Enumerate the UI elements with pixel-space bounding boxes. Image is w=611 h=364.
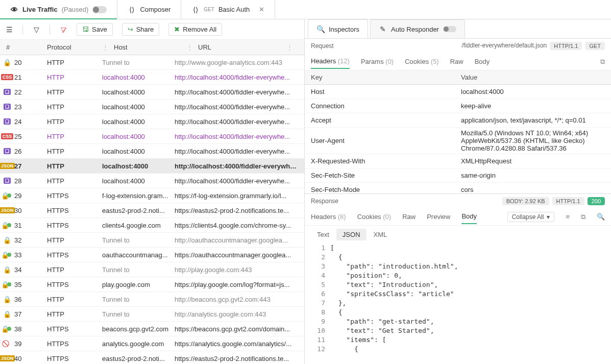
tab-res-raw[interactable]: Raw xyxy=(402,210,416,224)
sessions-grid[interactable]: 🔒20HTTPTunnel tohttp://www.google-analyt… xyxy=(0,55,304,364)
row-number: 32 xyxy=(14,236,47,244)
row-host: Tunnel to xyxy=(102,59,175,66)
tab-res-headers[interactable]: Headers (8) xyxy=(311,210,346,224)
tab-live-traffic[interactable]: 👁 Live Traffic (Paused) xyxy=(0,0,117,19)
copy-icon[interactable]: ⧉ xyxy=(581,213,585,221)
live-toggle[interactable] xyxy=(92,6,107,13)
table-row[interactable]: CSS25HTTPlocalhost:4000http://localhost:… xyxy=(0,129,304,144)
tab-raw[interactable]: Raw xyxy=(450,55,463,68)
request-http-version: HTTP/1.1 xyxy=(550,42,582,50)
response-status: 200 xyxy=(588,197,605,205)
header-row[interactable]: User-AgentMozilla/5.0 (Windows NT 10.0; … xyxy=(305,128,611,154)
row-host: eastus2-prod-2.noti... xyxy=(102,355,175,362)
tab-body[interactable]: Body xyxy=(475,55,490,68)
table-row[interactable]: 🔒29HTTPSf-log-extension.gram...https://f… xyxy=(0,188,304,203)
header-row[interactable]: Sec-Fetch-Modecors xyxy=(305,183,611,193)
tab-cookies[interactable]: Cookies (5) xyxy=(405,55,438,68)
close-icon[interactable]: ✕ xyxy=(259,6,264,13)
row-number: 31 xyxy=(14,222,47,229)
row-url: https://eastus2-prod-2.notifications.te.… xyxy=(175,355,304,362)
row-number: 38 xyxy=(14,325,47,333)
table-row[interactable]: 🔒20HTTPTunnel tohttp://www.google-analyt… xyxy=(0,55,304,70)
col-protocol[interactable]: Protocol xyxy=(47,43,102,51)
inspector-panel: 🔍 Inspectors ✎ Auto Responder Request /f… xyxy=(305,19,611,364)
tab-res-cookies[interactable]: Cookies (0) xyxy=(357,210,391,224)
menu-icon[interactable]: ☰ xyxy=(5,26,13,34)
row-url: https://oauthaccountmanager.googlea... xyxy=(175,251,304,259)
tab-inspectors[interactable]: 🔍 Inspectors xyxy=(308,19,368,38)
header-key: Host xyxy=(305,88,456,95)
row-host: eastus2-prod-2.noti... xyxy=(102,207,175,214)
row-protocol: HTTP xyxy=(47,88,102,96)
copy-icon[interactable]: ⧉ xyxy=(600,58,605,66)
table-row[interactable]: 🔒35HTTPSplay.google.comhttps://play.goog… xyxy=(0,277,304,292)
filter-clear-icon[interactable]: ▽̷ xyxy=(59,26,67,34)
share-button[interactable]: ↪ Share xyxy=(122,23,160,36)
row-protocol: HTTP xyxy=(47,310,102,318)
remove-all-button[interactable]: ✖ Remove All xyxy=(168,23,222,36)
row-protocol: HTTP xyxy=(47,103,102,111)
save-button[interactable]: 🖫 Save xyxy=(77,23,113,36)
table-row[interactable]: 🔒34HTTPTunnel tohttp://play.google.com:4… xyxy=(0,262,304,277)
table-row[interactable]: 🔒32HTTPTunnel tohttp://oauthaccountmanag… xyxy=(0,233,304,248)
tab-xml[interactable]: XML xyxy=(368,229,394,240)
header-row[interactable]: Sec-Fetch-Sitesame-origin xyxy=(305,168,611,183)
response-pane: Response BODY: 2.92 KB HTTP/1.1 200 Head… xyxy=(305,194,611,364)
col-num[interactable]: # xyxy=(0,43,47,51)
table-row[interactable]: ❏26HTTPlocalhost:4000http://localhost:40… xyxy=(0,144,304,159)
table-row[interactable]: CSS21HTTPlocalhost:4000http://localhost:… xyxy=(0,70,304,85)
table-row[interactable]: ⃠39HTTPSanalytics.google.comhttps://anal… xyxy=(0,336,304,351)
row-url: http://oauthaccountmanager.googlea... xyxy=(175,236,304,244)
save-icon: 🖫 xyxy=(82,26,89,33)
tab-headers[interactable]: Headers (12) xyxy=(311,54,350,69)
tab-basic-auth[interactable]: ⟨⟩ GET Basic Auth ✕ xyxy=(181,0,275,19)
json-editor[interactable]: 123456789101112 [ { "path": "introductio… xyxy=(305,244,611,364)
col-url[interactable]: URL xyxy=(198,43,286,51)
tab-res-body[interactable]: Body xyxy=(461,209,477,224)
table-row[interactable]: JSON40HTTPSeastus2-prod-2.noti...https:/… xyxy=(0,351,304,364)
request-method: GET xyxy=(585,42,605,50)
eye-icon: 👁 xyxy=(10,6,18,14)
row-protocol: HTTPS xyxy=(47,281,102,288)
format-icon[interactable]: ≡ xyxy=(566,213,570,221)
row-url: https://f-log-extension.grammarly.io/l..… xyxy=(175,192,304,200)
tab-params[interactable]: Params (0) xyxy=(361,55,394,68)
table-row[interactable]: ❏23HTTPlocalhost:4000http://localhost:40… xyxy=(0,100,304,114)
row-protocol: HTTPS xyxy=(47,340,102,348)
tab-auto-responder[interactable]: ✎ Auto Responder xyxy=(370,19,465,38)
tab-text[interactable]: Text xyxy=(311,229,335,240)
table-row[interactable]: ❏24HTTPlocalhost:4000http://localhost:40… xyxy=(0,114,304,129)
row-url: http://localhost:4000/fiddler-everywhe..… xyxy=(175,88,304,96)
tab-composer[interactable]: ⟨⟩ Composer xyxy=(117,0,181,19)
table-row[interactable]: ❏28HTTPlocalhost:4000http://localhost:40… xyxy=(0,174,304,188)
row-type-icon: 🔒 xyxy=(0,266,14,274)
row-number: 23 xyxy=(14,103,47,111)
table-row[interactable]: JSON30HTTPSeastus2-prod-2.noti...https:/… xyxy=(0,203,304,218)
col-host[interactable]: Host xyxy=(114,43,186,51)
table-row[interactable]: ❏22HTTPlocalhost:4000http://localhost:40… xyxy=(0,85,304,100)
row-host: localhost:4000 xyxy=(102,103,175,111)
row-type-icon: JSON xyxy=(0,355,14,361)
table-row[interactable]: JSON27HTTPlocalhost:4000http://localhost… xyxy=(0,159,304,174)
tab-label: Basic Auth xyxy=(218,6,250,13)
header-row[interactable]: Connectionkeep-alive xyxy=(305,99,611,113)
table-row[interactable]: 🔒38HTTPSbeacons.gcp.gvt2.comhttps://beac… xyxy=(0,322,304,336)
tab-json[interactable]: JSON xyxy=(336,229,366,240)
table-row[interactable]: 🔒31HTTPSclients4.google.comhttps://clien… xyxy=(0,218,304,233)
table-row[interactable]: 🔒37HTTPTunnel tohttp://analytics.google.… xyxy=(0,307,304,322)
filter-icon[interactable]: ▽ xyxy=(32,26,40,34)
header-row[interactable]: Hostlocalhost:4000 xyxy=(305,85,611,99)
auto-responder-toggle[interactable] xyxy=(443,26,456,32)
request-headers-table[interactable]: Hostlocalhost:4000Connectionkeep-aliveAc… xyxy=(305,85,611,193)
table-row[interactable]: 🔒36HTTPTunnel tohttp://beacons.gcp.gvt2.… xyxy=(0,292,304,307)
row-url: http://localhost:4000/fiddler-everywhe..… xyxy=(175,103,304,111)
collapse-all-button[interactable]: Collapse All ▾ xyxy=(507,212,555,222)
row-number: 27 xyxy=(14,162,47,170)
header-row[interactable]: Acceptapplication/json, text/javascript,… xyxy=(305,113,611,128)
search-icon[interactable]: 🔍 xyxy=(597,213,605,221)
response-title: Response xyxy=(311,198,338,205)
header-row[interactable]: X-Requested-WithXMLHttpRequest xyxy=(305,154,611,168)
row-host: localhost:4000 xyxy=(102,118,175,126)
tab-res-preview[interactable]: Preview xyxy=(427,210,450,224)
table-row[interactable]: 🔒33HTTPSoauthaccountmanag...https://oaut… xyxy=(0,248,304,262)
